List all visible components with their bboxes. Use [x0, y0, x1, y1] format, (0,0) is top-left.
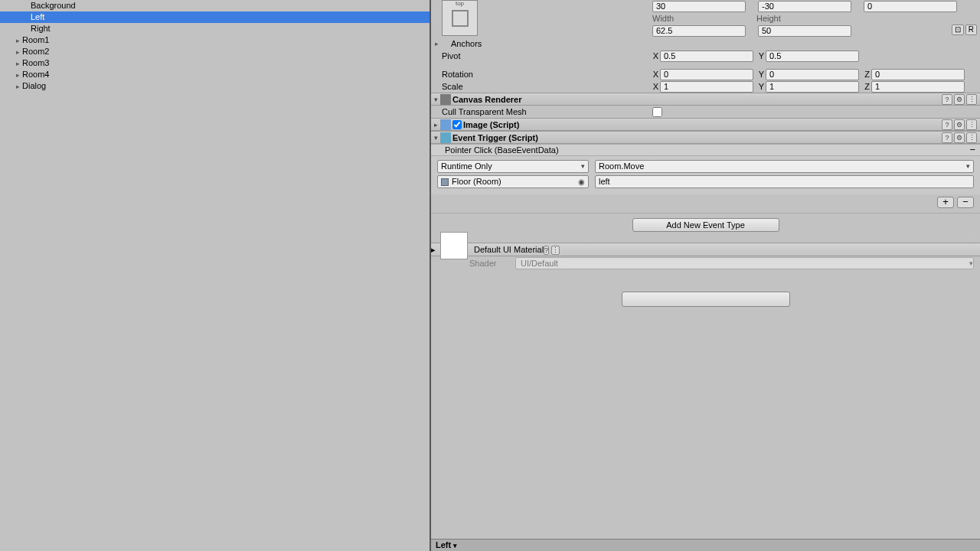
event-entry-header: Pointer Click (BaseEventData) − — [431, 144, 980, 156]
pivot-y-input[interactable] — [766, 51, 859, 62]
height-input[interactable] — [758, 25, 851, 37]
add-listener-button[interactable]: + — [937, 197, 954, 208]
menu-button[interactable]: ⋮ — [966, 132, 977, 143]
pivot-x-input[interactable] — [660, 51, 753, 62]
menu-button[interactable]: ⋮ — [966, 94, 977, 105]
foldout-icon: ▸ — [431, 121, 440, 129]
hierarchy-item-label: Room2 — [22, 47, 49, 56]
hierarchy-item[interactable]: Background — [0, 0, 430, 11]
add-event-type-button[interactable]: Add New Event Type — [632, 218, 779, 232]
event-entry-title: Pointer Click (BaseEventData) — [445, 145, 559, 155]
scale-z-input[interactable] — [871, 81, 965, 93]
hierarchy-panel: BackgroundLeftRight▸Room1▸Room2▸Room3▸Ro… — [0, 0, 431, 551]
script-icon — [440, 132, 451, 143]
runtime-dropdown[interactable]: Runtime Only▾ — [437, 160, 589, 173]
chevron-down-icon: ▾ — [966, 161, 970, 172]
rect-pos-c-input[interactable] — [864, 1, 957, 12]
docs-button[interactable]: ? — [942, 119, 952, 130]
hierarchy-item[interactable]: ▸Dialog — [0, 80, 430, 92]
canvas-renderer-header[interactable]: ▾ Canvas Renderer ? ⚙ ⋮ — [431, 93, 980, 106]
hierarchy-item-label: Left — [31, 12, 44, 21]
docs-button[interactable]: ? — [544, 246, 549, 255]
foldout-icon[interactable]: ▸ — [13, 35, 22, 47]
hierarchy-item-label: Background — [31, 1, 76, 10]
foldout-icon[interactable]: ▸ — [13, 70, 22, 81]
foldout-icon: ▸ — [431, 245, 436, 255]
scale-label: Scale — [431, 82, 649, 91]
foldout-icon[interactable]: ▸ — [13, 47, 22, 58]
foldout-icon: ▾ — [431, 134, 440, 142]
width-label: Width — [652, 14, 698, 23]
chevron-down-icon: ▾ — [581, 161, 585, 172]
material-preview — [440, 232, 468, 259]
foldout-icon: ▾ — [431, 96, 440, 103]
rect-pos-a-input[interactable] — [652, 1, 746, 12]
add-component-button[interactable] — [622, 292, 790, 307]
image-enable-checkbox[interactable] — [452, 120, 462, 129]
object-picker-icon[interactable]: ◉ — [578, 176, 585, 187]
remove-listener-button[interactable]: − — [957, 197, 974, 208]
hierarchy-item[interactable]: ▸Room4 — [0, 69, 430, 80]
component-icon — [440, 94, 451, 105]
rot-y-input[interactable] — [766, 69, 859, 80]
foldout-icon[interactable]: ▸ — [13, 81, 22, 93]
pivot-label: Pivot — [431, 51, 649, 60]
rot-x-input[interactable] — [660, 69, 753, 80]
foldout-icon[interactable]: ▸ — [13, 58, 22, 70]
hierarchy-item[interactable]: Left — [0, 11, 430, 23]
preset-button[interactable]: ⚙ — [954, 132, 965, 143]
menu-button[interactable]: ⋮ — [966, 119, 977, 130]
hierarchy-item-label: Dialog — [22, 81, 46, 90]
height-label: Height — [756, 14, 802, 23]
cull-mesh-checkbox[interactable] — [652, 107, 662, 117]
hierarchy-item-label: Room3 — [22, 58, 49, 67]
rect-pos-b-input[interactable] — [758, 1, 851, 12]
docs-button[interactable]: ? — [942, 132, 952, 143]
event-trigger-header[interactable]: ▾ Event Trigger (Script) ? ⚙ ⋮ — [431, 131, 980, 144]
scale-y-input[interactable] — [766, 81, 859, 93]
hierarchy-item-label: Room4 — [22, 70, 49, 79]
docs-button[interactable]: ? — [942, 94, 952, 105]
chevron-down-icon: ▾ — [969, 258, 973, 269]
shader-label: Shader — [469, 259, 515, 268]
scale-x-input[interactable] — [660, 81, 753, 93]
preset-button[interactable]: ⚙ — [954, 94, 965, 105]
anchors-label: Anchors — [440, 39, 482, 48]
image-component-header[interactable]: ▸ Image (Script) ? ⚙ ⋮ — [431, 118, 980, 131]
remove-entry-button[interactable]: − — [969, 145, 975, 155]
rot-z-input[interactable] — [871, 69, 965, 80]
image-icon — [440, 119, 451, 130]
inspector-panel: top Width Height — [431, 0, 980, 551]
shader-dropdown[interactable]: UI/Default ▾ — [515, 257, 974, 269]
anchor-preset-button[interactable]: top — [442, 0, 478, 36]
raw-mode-button[interactable]: R — [965, 24, 977, 35]
width-input[interactable] — [652, 25, 746, 37]
hierarchy-item[interactable]: ▸Room2 — [0, 46, 430, 57]
hierarchy-item-label: Right — [31, 24, 51, 33]
gameobject-icon — [441, 178, 449, 186]
status-bar: Left ▾ — [431, 539, 980, 551]
cull-mesh-label: Cull Transparent Mesh — [431, 107, 649, 116]
hierarchy-item[interactable]: Right — [0, 23, 430, 34]
preset-button[interactable]: ⚙ — [954, 119, 965, 130]
blueprint-mode-button[interactable]: ⊡ — [952, 24, 964, 35]
material-header[interactable]: ▸ Default UI Material ? ⋮ — [431, 243, 980, 256]
target-object-field[interactable]: Floor (Room) ◉ — [437, 175, 589, 188]
hierarchy-item-label: Room1 — [22, 35, 49, 44]
menu-button[interactable]: ⋮ — [551, 246, 560, 255]
hierarchy-item[interactable]: ▸Room1 — [0, 34, 430, 46]
rotation-label: Rotation — [431, 70, 649, 79]
hierarchy-item[interactable]: ▸Room3 — [0, 57, 430, 69]
function-dropdown[interactable]: Room.Move▾ — [595, 160, 974, 173]
argument-field[interactable]: left — [595, 175, 974, 188]
anchors-foldout[interactable]: ▸ — [431, 40, 440, 47]
